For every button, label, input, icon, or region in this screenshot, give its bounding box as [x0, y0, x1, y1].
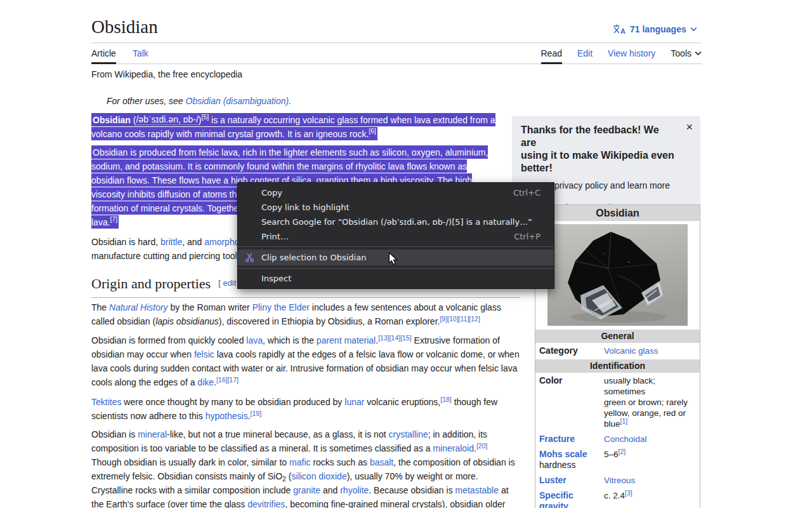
infobox-value: c. 2.4[3] — [604, 490, 696, 508]
tab-edit[interactable]: Edit — [577, 43, 593, 64]
wiki-link[interactable]: Specific gravity — [539, 490, 573, 508]
reference-link[interactable]: [20] — [476, 442, 488, 450]
reference-link[interactable]: [13][14][15] — [378, 334, 412, 342]
menu-item-print[interactable]: Print…Ctrl+P — [238, 229, 554, 244]
reference-link[interactable]: [16][17] — [216, 376, 239, 384]
wiki-link[interactable]: Fracture — [539, 434, 575, 444]
tab-article[interactable]: Article — [91, 43, 116, 64]
text-run: , which is the — [263, 335, 317, 345]
text-run: , the composition of obsidian is — [393, 457, 514, 467]
reference-link[interactable]: [1] — [620, 417, 628, 425]
text-run: green or brown; rarely — [604, 398, 688, 407]
text-run: scientists now adhere to this — [91, 411, 206, 421]
wiki-link[interactable]: silicon dioxide — [292, 471, 347, 481]
reference-link[interactable]: [3] — [625, 489, 632, 497]
wiki-link[interactable]: crystalline — [388, 429, 428, 439]
reference-sup: [7] — [110, 215, 118, 223]
menu-shortcut: Ctrl+C — [513, 188, 540, 197]
tab-read[interactable]: Read — [541, 43, 562, 64]
wiki-link[interactable]: rhyolite — [340, 485, 369, 495]
wiki-link[interactable]: lava — [246, 335, 263, 345]
wiki-link[interactable]: felsic — [199, 147, 219, 157]
paragraph-mineral-like: Obsidian is mineral-like, but not a true… — [91, 427, 535, 508]
section-heading-text: Origin and properties — [91, 276, 211, 291]
wiki-link[interactable]: basalt — [370, 457, 393, 467]
wiki-link[interactable]: Luster — [539, 475, 566, 485]
reference-link[interactable]: [7] — [110, 215, 118, 223]
menu-item-label: Copy link to highlight — [261, 203, 540, 212]
wiki-link[interactable]: mineral — [138, 429, 167, 439]
wiki-link[interactable]: Vitreous — [604, 476, 635, 485]
text-run: at — [499, 485, 509, 495]
wiki-link[interactable]: aluminium — [445, 147, 486, 157]
wiki-link[interactable]: potassium — [142, 161, 183, 171]
wiki-link[interactable]: rhyolitic — [355, 161, 385, 171]
text-run: The — [91, 302, 109, 312]
wiki-link[interactable]: mineraloid — [433, 443, 474, 453]
wiki-link[interactable]: hypothesis — [206, 411, 248, 421]
close-icon[interactable]: × — [686, 121, 693, 133]
tab-label: Read — [541, 48, 562, 58]
reference-link[interactable]: [6] — [369, 127, 376, 135]
wiki-link[interactable]: felsic — [194, 349, 214, 359]
wiki-link[interactable]: silicon — [382, 147, 407, 157]
subscript: 2 — [282, 475, 286, 483]
reference-link[interactable]: [18] — [440, 396, 452, 403]
wiki-link[interactable]: Mohs scale — [539, 449, 587, 459]
wiki-link[interactable]: oxygen — [412, 147, 440, 157]
text-run: Obsidian is hard, — [91, 237, 160, 247]
text-run: -like, but not a true mineral because, a… — [167, 429, 388, 439]
text-run: lava flows known as — [386, 161, 467, 171]
wiki-link[interactable]: dike — [197, 377, 214, 387]
infobox-row-luster: LusterVitreous — [535, 472, 700, 488]
wiki-link[interactable]: metastable — [455, 485, 499, 495]
menu-item-copy[interactable]: CopyCtrl+C — [238, 185, 554, 200]
menu-item-inspect[interactable]: Inspect — [238, 271, 554, 286]
selected-text[interactable]: Obsidian (/əbˈsɪdi.ən, ɒb-/)[5] is a nat… — [91, 113, 495, 140]
menu-item-label: Inspect — [261, 274, 540, 283]
scissors-icon — [245, 253, 254, 262]
tab-view-history[interactable]: View history — [608, 43, 655, 64]
tab-talk[interactable]: Talk — [133, 43, 148, 64]
reference-link[interactable]: [5] — [202, 113, 209, 121]
reference-link[interactable]: [9][10][11][12] — [440, 315, 480, 323]
text-run: , — [407, 147, 412, 157]
wiki-link[interactable]: lunar — [344, 397, 364, 407]
wiki-link[interactable]: Pliny the Elder — [252, 302, 310, 312]
menu-item-copy-link-to-highlight[interactable]: Copy link to highlight — [238, 200, 554, 215]
menu-item-search-google-for-obsidian-b-s-di-n-b-5-is-a-n[interactable]: Search Google for “Obsidian (/əbˈsɪdi.ən… — [238, 215, 554, 229]
wiki-link[interactable]: igneous rock — [316, 128, 366, 138]
reference-link[interactable]: [19] — [251, 410, 262, 417]
infobox-value: Conchoidal — [604, 434, 696, 444]
text-run: ), discovered in Ethiopia by Obsidius, a… — [219, 316, 440, 326]
language-icon: A — [613, 24, 626, 34]
menu-item-label: Copy — [261, 188, 502, 197]
languages-button[interactable]: A 71 languages — [613, 24, 697, 34]
reference-link[interactable]: [2] — [619, 448, 626, 455]
wiki-link[interactable]: Volcanic glass — [604, 346, 658, 356]
tab-tools[interactable]: Tools — [671, 43, 702, 64]
wiki-link[interactable]: Tektites — [91, 397, 121, 407]
wiki-link[interactable]: edit — [223, 278, 236, 288]
infobox-label: Luster — [539, 475, 601, 486]
obsidian-photo[interactable] — [547, 224, 688, 326]
tab-label: Talk — [133, 48, 148, 58]
wiki-link[interactable]: devitrifies — [247, 499, 285, 508]
wiki-link[interactable]: mafic — [289, 457, 310, 467]
wiki-link[interactable]: Conchoidal — [604, 434, 647, 444]
wiki-link[interactable]: Obsidian (disambiguation) — [186, 96, 289, 106]
paragraph-tektites: Tektites were once thought by many to be… — [91, 395, 535, 423]
wiki-link[interactable]: granite — [293, 485, 320, 495]
wiki-link[interactable]: Natural History — [109, 302, 168, 312]
wiki-link[interactable]: /əbˈsɪdi.ən, ɒb-/ — [136, 114, 198, 125]
text-run: , and — [182, 237, 204, 247]
wiki-link[interactable]: parent material — [317, 335, 376, 345]
infobox-section-identification: Identification — [535, 359, 700, 373]
wiki-link[interactable]: brittle — [160, 237, 182, 247]
text-run: rocks such as — [311, 457, 370, 467]
menu-item-label: Search Google for “Obsidian (/əbˈsɪdi.ən… — [261, 217, 540, 227]
infobox-value: Vitreous — [604, 475, 696, 486]
text-run: Obsidian is produced from — [93, 147, 199, 157]
site-tagline: From Wikipedia, the free encyclopedia — [91, 69, 242, 79]
svg-text:A: A — [620, 27, 625, 34]
